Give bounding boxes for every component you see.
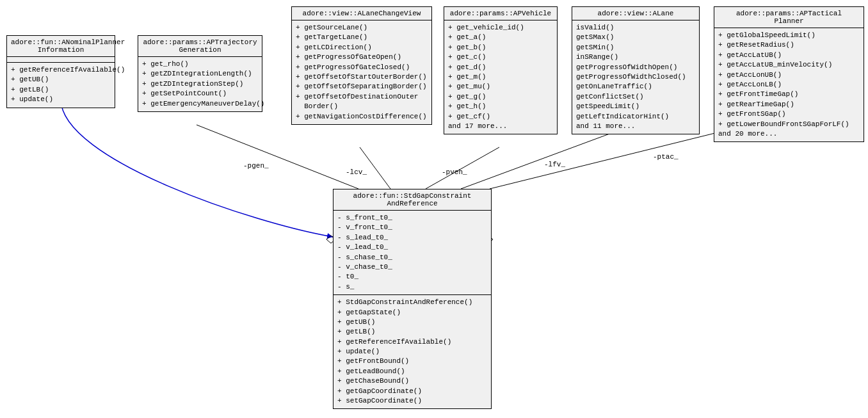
box-std-gap: adore::fun::StdGapConstraintAndReference… — [333, 189, 492, 409]
box-nominal-planner-methods: + getReferenceIfAvailable() + getUB() + … — [7, 63, 115, 108]
box-ap-vehicle-methods: + get_vehicle_id() + get_a() + get_b() +… — [444, 20, 557, 134]
label-pgen: -pgen_ — [243, 162, 269, 170]
box-nominal-planner: adore::fun::ANominalPlannerInformation +… — [6, 35, 115, 108]
label-lfv: -lfv_ — [544, 161, 565, 168]
box-ap-vehicle: adore::params::APVehicle + get_vehicle_i… — [444, 6, 558, 134]
box-nominal-planner-title: adore::fun::ANominalPlannerInformation — [7, 36, 115, 57]
box-lane-change-view: adore::view::ALaneChangeView + getSource… — [291, 6, 432, 125]
svg-line-1 — [360, 147, 390, 189]
box-ap-tactical-methods: + getGlobalSpeedLimit() + getResetRadius… — [714, 28, 864, 141]
label-pveh: -pveh_ — [442, 168, 467, 176]
box-nominal-planner-empty — [7, 57, 115, 63]
diagram-container: -pgen_ -lcv_ -pveh_ -lfv_ -ptac_ adore::… — [0, 0, 868, 418]
box-lane-change-view-methods: + getSourceLane() + getTargetLane() + ge… — [292, 20, 431, 124]
box-lane-change-view-title: adore::view::ALaneChangeView — [292, 7, 431, 20]
box-trajectory-gen-methods: + get_rho() + getZDIntegrationLength() +… — [138, 57, 262, 111]
label-lcv: -lcv_ — [346, 168, 367, 176]
label-ptac: -ptac_ — [653, 153, 679, 161]
svg-line-2 — [426, 147, 499, 189]
svg-line-0 — [197, 125, 358, 189]
box-ap-tactical: adore::params::APTacticalPlanner + getGl… — [714, 6, 864, 142]
box-std-gap-title: adore::fun::StdGapConstraintAndReference — [334, 189, 491, 211]
box-ap-vehicle-title: adore::params::APVehicle — [444, 7, 557, 20]
box-a-lane-title: adore::view::ALane — [572, 7, 699, 20]
box-ap-tactical-title: adore::params::APTacticalPlanner — [714, 7, 864, 28]
box-std-gap-fields: - s_front_t0_ - v_front_t0_ - s_lead_t0_… — [334, 211, 491, 295]
box-trajectory-gen: adore::params::APTrajectoryGeneration + … — [138, 35, 262, 112]
box-a-lane: adore::view::ALane isValid() getSMax() g… — [572, 6, 700, 134]
box-a-lane-methods: isValid() getSMax() getSMin() inSRange()… — [572, 20, 699, 134]
box-trajectory-gen-title: adore::params::APTrajectoryGeneration — [138, 36, 262, 57]
box-std-gap-methods: + StdGapConstraintAndReference() + getGa… — [334, 295, 491, 408]
